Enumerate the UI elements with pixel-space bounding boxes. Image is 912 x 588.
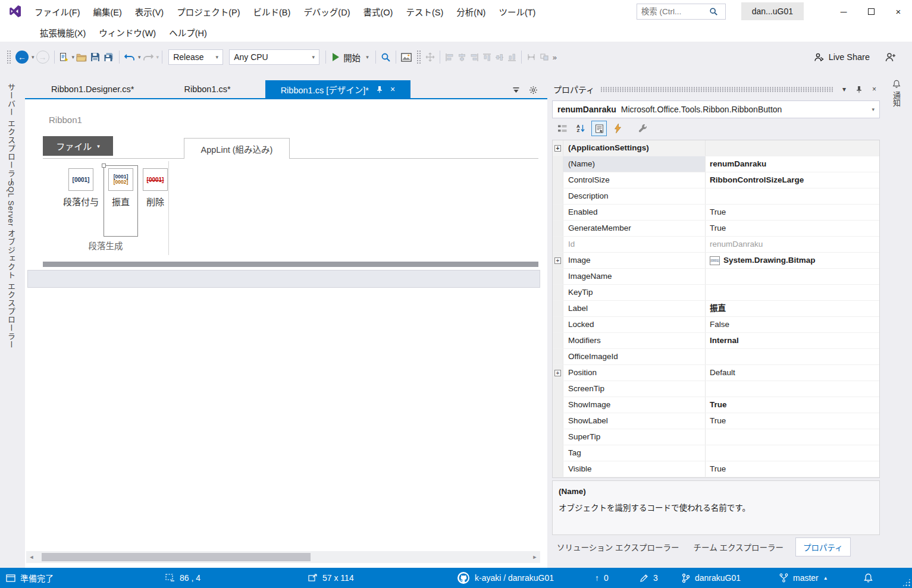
selection-handle[interactable] [102,163,106,168]
align-centers-button[interactable] [456,49,468,65]
expand-icon[interactable] [554,257,561,264]
expand-icon[interactable] [554,145,561,152]
new-item-button[interactable] [58,49,71,65]
gear-icon[interactable] [529,86,538,95]
scroll-right-icon[interactable]: ► [529,554,540,560]
ribbon-button[interactable]: [0001] 削除 [138,165,173,237]
property-value[interactable] [706,188,879,204]
properties-panel-header[interactable]: プロパティ ▾ × [552,80,880,98]
panel-drag-grip[interactable] [600,87,834,92]
menu-item[interactable]: デバッグ(D) [297,3,356,20]
scrollbar-track[interactable] [37,551,529,563]
resize-grip[interactable] [902,578,911,587]
solution-platform-select[interactable]: Any CPU ▾ [229,49,319,65]
output-window-icon[interactable] [6,574,15,582]
menu-item[interactable]: 書式(O) [357,3,400,20]
status-pushes[interactable]: ↑ 0 [595,568,609,588]
property-row[interactable]: OfficeImageId [553,349,879,365]
property-value[interactable]: True [706,461,879,477]
menu-item[interactable]: 拡張機能(X) [33,24,92,41]
status-caret-position[interactable]: 86 , 4 [165,568,200,588]
toolbar-grip[interactable] [7,50,11,64]
property-value[interactable]: RibbonControlSizeLarge [706,172,879,188]
property-value[interactable] [706,285,879,300]
ribbon-button[interactable]: [0001] 段落付与 [58,165,104,237]
property-value[interactable]: renumDanraku [706,237,879,252]
align-rights-button[interactable] [468,49,481,65]
scrollbar-thumb[interactable] [42,553,311,561]
properties-view-button[interactable] [591,121,607,136]
ribbon-file-menu-button[interactable]: ファイル ▾ [43,136,113,156]
property-row[interactable]: Modifiers Internal [553,333,879,349]
horizontal-scrollbar[interactable]: ◄ ► [26,551,540,563]
ribbon-tab-applint[interactable]: AppLint (組み込み) [184,138,290,159]
tool-window-tab[interactable]: サーバー エクスプローラー [5,83,17,186]
close-icon[interactable]: × [870,85,879,93]
redo-dropdown-icon[interactable]: ▾ [156,54,159,60]
property-value[interactable] [706,269,879,284]
solution-configuration-select[interactable]: Release ▾ [168,49,223,65]
expand-icon[interactable] [554,370,561,376]
panel-tab[interactable]: チーム エクスプローラー [691,538,786,556]
panel-tab[interactable]: プロパティ [795,537,851,556]
close-button[interactable]: × [885,0,912,23]
status-notifications[interactable] [864,568,873,588]
window-position-dropdown-icon[interactable]: ▾ [840,85,848,93]
menu-item[interactable]: 分析(N) [450,3,492,20]
status-changes[interactable]: 3 [640,568,658,588]
start-debugging-button[interactable]: 開始 ▾ [329,51,372,64]
save-all-button[interactable] [102,49,116,65]
alphabetical-sort-button[interactable]: AZ [573,121,588,136]
open-file-button[interactable] [74,49,89,65]
document-tab[interactable]: Ribbon1.cs [デザイン]* × [265,80,410,98]
menu-item[interactable]: 表示(V) [129,3,170,20]
property-value[interactable] [706,349,879,364]
ribbon-designer-surface[interactable]: Ribbon1 ファイル ▾ AppLint (組み込み) [0001] [25,98,547,568]
ribbon-button[interactable]: [0001] [0002] 振直 [104,165,138,237]
property-row[interactable]: ShowImage True [553,397,879,413]
menu-item[interactable]: ウィンドウ(W) [92,24,162,41]
search-icon[interactable] [706,7,721,16]
categorized-button[interactable] [554,121,570,136]
object-selector[interactable]: renumDanraku Microsoft.Office.Tools.Ribb… [552,100,880,118]
navigate-forward-button[interactable]: → [35,49,51,65]
start-dropdown-icon[interactable]: ▾ [366,54,369,60]
scroll-left-icon[interactable]: ◄ [26,554,37,560]
property-value[interactable]: System.Drawing.Bitmap [706,253,879,268]
status-branch[interactable]: master ▲ [779,568,828,588]
align-lefts-button[interactable] [443,49,456,65]
menu-item[interactable]: ビルド(B) [247,3,297,20]
find-in-files-button[interactable] [379,49,393,65]
status-repository[interactable]: danrakuG01 [682,568,741,588]
property-value[interactable]: renumDanraku [706,156,879,172]
property-row[interactable]: ControlSize RibbonControlSizeLarge [553,172,879,188]
property-value[interactable]: 振直 [706,301,879,316]
panel-tab[interactable]: ソリューション エクスプローラー [554,538,682,556]
align-tops-button[interactable] [481,49,493,65]
property-row[interactable]: (Name) renumDanraku [553,156,879,172]
redo-button[interactable] [141,49,155,65]
menu-item[interactable]: テスト(S) [399,3,450,20]
pin-icon[interactable] [376,86,383,93]
menu-item[interactable]: ファイル(F) [28,3,87,20]
property-row[interactable]: SuperTip [553,429,879,445]
events-button[interactable] [610,121,625,136]
property-value[interactable]: Default [706,365,879,381]
property-value[interactable]: Internal [706,333,879,348]
property-value[interactable] [706,429,879,445]
property-value[interactable]: False [706,317,879,332]
close-icon[interactable]: × [390,84,395,94]
property-row[interactable]: Tag [553,445,879,461]
document-tab[interactable]: Ribbon1.Designer.cs* × [36,80,149,98]
move-control-button[interactable] [424,49,437,65]
property-row[interactable]: ScreenTip [553,381,879,397]
property-row[interactable]: Image System.Drawing.Bitmap [553,253,879,269]
property-value[interactable] [706,140,879,156]
menu-item[interactable]: 編集(E) [87,3,129,20]
property-row[interactable]: ShowLabel True [553,413,879,429]
maximize-button[interactable] [857,0,885,23]
notifications-tab[interactable]: 通知 [891,80,902,107]
image-editor-button[interactable] [399,49,413,65]
property-row[interactable]: Visible True [553,461,879,477]
menu-item[interactable]: プロジェクト(P) [170,3,246,20]
